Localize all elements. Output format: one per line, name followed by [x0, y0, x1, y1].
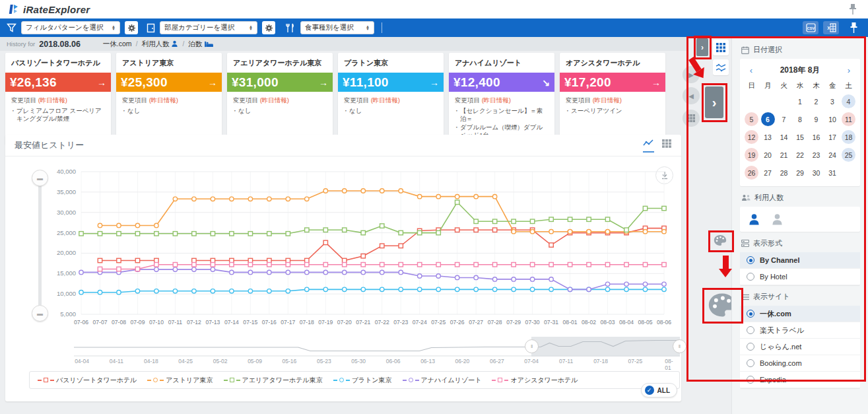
change-label: 変更項目 (昨日情報) — [233, 96, 327, 105]
hotel-card[interactable]: アストリア東京¥25,300→変更項目 (昨日情報)なし — [116, 53, 222, 145]
format-section-title: 表示形式 — [753, 238, 782, 248]
legend-item[interactable]: バスリゾートタワーホテル — [38, 376, 137, 385]
history-label: History for — [7, 40, 35, 48]
cards-next-button[interactable]: ▶ — [683, 66, 700, 83]
calendar-day[interactable]: 28 — [777, 166, 791, 180]
calendar-day[interactable]: 20 — [761, 148, 775, 162]
change-title: 変更項目 — [566, 96, 593, 104]
guest-one-icon[interactable] — [748, 213, 760, 226]
meal-type-select[interactable]: 食事種別を選択 ▲▼ — [300, 21, 374, 34]
legend-item[interactable]: オアシスタワーホテル — [492, 376, 578, 385]
table-view-button[interactable] — [662, 139, 672, 151]
history-guests[interactable]: 利用人数 — [141, 40, 178, 49]
calendar-day[interactable]: 12 — [745, 130, 758, 144]
cards-prev-button[interactable]: ◀ — [683, 87, 700, 104]
calendar-day[interactable]: 25 — [842, 148, 855, 162]
calendar-day[interactable]: 8 — [793, 112, 807, 126]
calendar-day[interactable]: 17 — [826, 130, 840, 144]
calendar-day[interactable]: 26 — [745, 166, 758, 180]
csv-icon: CSV — [806, 23, 816, 32]
hotel-card[interactable]: バスリゾートタワーホテル¥26,136→変更項目 (昨日情報)プレミアムフロア … — [5, 53, 111, 145]
legend-item[interactable]: プラトン東京 — [333, 376, 392, 385]
calendar-day[interactable]: 19 — [745, 148, 758, 162]
grid-view-chip[interactable] — [713, 40, 729, 55]
filter-pattern-select[interactable]: フィルタパターンを選択 ▲▼ — [21, 21, 120, 34]
filter-pattern-select-value: フィルタパターンを選択 — [26, 23, 103, 32]
calendar-day[interactable]: 10 — [826, 112, 840, 126]
hotel-card[interactable]: オアシスタワーホテル¥17,200→変更項目 (昨日情報)スーペリアツイン — [560, 53, 665, 145]
svg-text:07-10: 07-10 — [149, 319, 164, 326]
calendar-day[interactable]: 24 — [826, 148, 840, 162]
format-option[interactable]: By Hotel — [740, 269, 860, 285]
legend-item[interactable]: アエリアタワーホテル東京 — [224, 376, 323, 385]
calendar-day[interactable]: 18 — [842, 130, 855, 144]
calendar-prev-button[interactable]: ‹ — [747, 65, 756, 75]
chart-view-chip[interactable] — [713, 59, 729, 75]
pin-icon-top[interactable] — [848, 3, 857, 16]
calendar-next-button[interactable]: › — [844, 65, 853, 75]
history-nights[interactable]: 泊数 — [188, 40, 214, 49]
calendar-day[interactable]: 1 — [793, 94, 807, 108]
calendar-day[interactable]: 6 — [761, 112, 775, 126]
history-site[interactable]: 一休.com — [103, 40, 132, 49]
room-category-gear-button[interactable] — [262, 21, 275, 34]
site-option-label: Expedia — [760, 376, 786, 384]
legend-item[interactable]: アストリア東京 — [147, 376, 213, 385]
site-option[interactable]: 楽天トラベル — [740, 322, 860, 339]
change-item: スーペリアツイン — [566, 107, 659, 115]
calendar-day[interactable]: 3 — [826, 94, 840, 108]
calendar-day[interactable]: 27 — [761, 166, 775, 180]
grid-icon — [687, 114, 695, 122]
calendar-day[interactable]: 14 — [777, 130, 791, 144]
calendar-day[interactable]: 16 — [809, 130, 823, 144]
guest-two-icon[interactable] — [771, 213, 784, 226]
hotel-card[interactable]: プラトン東京¥11,100→変更項目 (昨日情報)なし — [338, 53, 444, 145]
navigator-tick-label: 07-25 — [628, 358, 643, 364]
format-option[interactable]: By Channel — [740, 252, 860, 269]
timeline-navigator[interactable]: ‖‖04-0404-1104-1804-2505-0205-0905-1605-… — [74, 337, 680, 367]
calendar-day[interactable]: 2 — [809, 94, 823, 108]
hotel-card[interactable]: アエリアタワーホテル東京¥31,000→変更項目 (昨日情報)なし — [227, 53, 333, 145]
cards-grid-button[interactable] — [683, 110, 700, 127]
legend-all-button[interactable]: ✓ ALL — [641, 383, 677, 397]
calendar-day[interactable]: 5 — [745, 112, 758, 126]
legend-label: アナハイムリゾート — [421, 376, 482, 385]
slider-track — [38, 178, 42, 313]
calendar-day[interactable]: 23 — [809, 148, 823, 162]
filter-pattern-gear-button[interactable] — [125, 21, 138, 34]
calendar-day[interactable]: 22 — [793, 148, 807, 162]
navigator-handle-left[interactable]: ‖ — [525, 339, 539, 353]
room-category-select[interactable]: 部屋カテゴリーを選択 ▲▼ — [160, 21, 257, 34]
calendar-cell: 29 — [792, 164, 809, 182]
price-history-chart[interactable]: 5,00010,00015,00020,00025,00030,00035,00… — [45, 161, 677, 331]
calendar-day[interactable]: 9 — [809, 112, 823, 126]
legend-item[interactable]: アナハイムリゾート — [403, 376, 482, 385]
navigator-handle-right[interactable]: ‖ — [673, 339, 686, 353]
calendar-day[interactable]: 30 — [809, 166, 823, 180]
line-chart-view-button[interactable] — [643, 138, 654, 153]
collapse-sidebar-button-small[interactable]: › — [696, 38, 708, 56]
calendar-day[interactable]: 11 — [842, 112, 855, 126]
calendar-day[interactable]: 7 — [777, 112, 791, 126]
csv-export-button[interactable]: CSV — [803, 21, 818, 34]
legend-label: アストリア東京 — [166, 376, 213, 385]
legend-marker — [498, 378, 502, 382]
hotel-card[interactable]: アナハイムリゾート¥12,400↘変更項目 (昨日情報)【セレクションセール】＝… — [449, 53, 554, 145]
calendar-day[interactable]: 15 — [793, 130, 807, 144]
change-note: (昨日情報) — [371, 96, 400, 104]
radio-icon — [747, 273, 754, 281]
calendar-day[interactable]: 13 — [761, 130, 775, 144]
site-option[interactable]: 一休.com — [740, 306, 860, 322]
site-option[interactable]: Booking.com — [740, 355, 860, 372]
calendar-day[interactable]: 29 — [793, 166, 807, 180]
excel-export-button[interactable]: X — [823, 21, 839, 34]
palette-icon-small[interactable] — [714, 234, 727, 246]
calendar-day[interactable]: 21 — [777, 148, 791, 162]
calendar-day[interactable]: 31 — [826, 166, 840, 180]
site-option[interactable]: Expedia — [740, 372, 860, 388]
site-option[interactable]: じゃらん.net — [740, 339, 860, 355]
expand-sidebar-button-large[interactable]: › — [705, 86, 723, 118]
pin-toolbar-icon[interactable] — [849, 22, 859, 34]
people-icon — [741, 194, 751, 201]
calendar-day[interactable]: 4 — [842, 94, 855, 108]
